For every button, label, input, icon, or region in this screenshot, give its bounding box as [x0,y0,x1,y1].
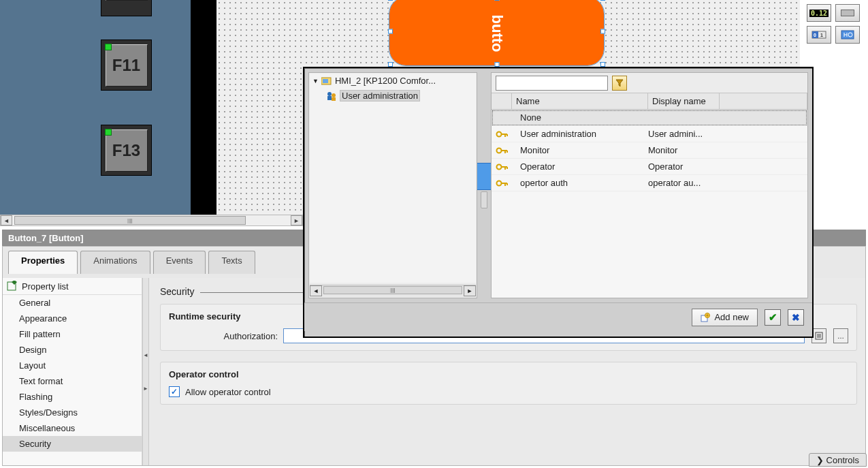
key-icon [496,147,508,154]
resize-handle-s[interactable] [494,62,499,67]
svg-point-15 [497,148,502,153]
cell-name: User administration [512,129,648,139]
prop-item-textformat[interactable]: Text format [3,373,142,389]
tool-io-field[interactable] [835,26,860,44]
grid-row[interactable]: OperatorOperator [492,159,807,175]
canvas-h-scrollbar[interactable]: ◄ ► [0,215,303,226]
resize-handle-nw[interactable] [388,0,393,1]
tool-button-control[interactable] [835,4,860,22]
grid-row[interactable]: MonitorMonitor [492,142,807,159]
splitter-right-icon: ► [143,386,148,392]
device-icon [321,76,332,86]
grid-filter-input[interactable] [496,76,608,91]
tab-animations[interactable]: Animations [80,251,150,274]
grid-row[interactable]: opertor authoperator au... [492,175,807,191]
key-icon [496,163,508,170]
canvas-object-button7[interactable]: butto [389,0,604,65]
svg-rect-10 [332,97,336,101]
tree-h-scrollbar[interactable]: ◄ ► [310,285,476,297]
switch-icon: 01 [811,29,826,40]
prop-item-security[interactable]: Security [3,436,142,452]
scroll-thumb[interactable] [14,216,246,225]
tree-collapse-icon[interactable]: ▼ [312,78,319,84]
prop-item-fill[interactable]: Fill pattern [3,326,142,342]
scroll-left-button[interactable]: ◄ [310,285,322,296]
filter-button[interactable] [612,76,627,91]
controls-palette-tab[interactable]: ❯Controls [809,453,867,467]
scroll-left-button[interactable]: ◄ [1,215,12,225]
authorization-browse-button[interactable]: … [833,328,848,343]
svg-text:1: 1 [820,33,823,37]
simulated-key-f11[interactable]: F11 [101,40,152,91]
tool-switch-control[interactable]: 01 [807,26,831,44]
canvas-object-label: butto [488,15,506,52]
section-title: Security [160,286,195,297]
svg-point-9 [332,93,336,97]
splitter-left-icon: ◄ [143,352,148,358]
prop-item-general[interactable]: General [3,295,142,311]
cell-display: operator au... [648,178,720,188]
group-operator-control: Operator control ✓ Allow operator contro… [160,362,857,405]
resize-handle-n[interactable] [494,0,499,1]
svg-text:0: 0 [814,33,816,37]
group-header: Operator control [169,369,848,379]
tab-events[interactable]: Events [153,251,206,274]
add-new-icon [701,313,710,322]
led-icon [105,129,112,136]
authorization-label: Authorization: [169,331,278,341]
resize-handle-sw[interactable] [388,62,393,67]
property-list: Property list General Appearance Fill pa… [3,278,142,465]
resize-handle-ne[interactable] [600,0,605,1]
cell-display: Monitor [648,145,720,155]
device-tree[interactable]: ▼ HMI_2 [KP1200 Comfor... User administr… [308,72,477,298]
grid-row[interactable]: None [492,110,807,126]
svg-point-7 [327,92,332,96]
tree-root-label: HMI_2 [KP1200 Comfor... [335,76,436,86]
grid-header: Name Display name [492,93,807,110]
svg-point-23 [497,181,502,185]
grid-body[interactable]: NoneUser administrationUser admini...Mon… [492,110,807,298]
popup-splitter[interactable] [480,72,488,298]
tool-lcd-display[interactable]: 0.12 [807,4,831,22]
prop-item-misc[interactable]: Miscellaneous [3,420,142,436]
svg-rect-35 [841,31,854,39]
svg-point-19 [497,164,502,169]
resize-handle-w[interactable] [388,29,393,34]
splitter-tab[interactable] [481,191,487,208]
add-new-button[interactable]: Add new [692,309,758,326]
property-list-header: Property list [22,281,69,292]
tab-texts[interactable]: Texts [208,251,255,274]
resize-handle-e[interactable] [600,29,605,34]
allow-operator-checkbox[interactable]: ✓ [169,386,180,397]
cancel-button[interactable]: ✖ [788,309,804,326]
led-icon [105,44,112,50]
scroll-thumb[interactable] [323,286,462,294]
cell-name: opertor auth [512,178,648,188]
grid-row[interactable]: User administrationUser admini... [492,126,807,142]
scroll-right-button[interactable]: ► [464,285,476,296]
svg-point-11 [497,131,502,136]
cell-name: Operator [512,161,648,172]
authorization-dropdown-button[interactable] [811,328,826,343]
cell-display: User admini... [648,129,720,139]
tree-child-label[interactable]: User administration [340,90,420,102]
prop-item-styles[interactable]: Styles/Designs [3,405,142,420]
prop-item-layout[interactable]: Layout [3,358,142,373]
col-display[interactable]: Display name [648,93,720,109]
prop-item-design[interactable]: Design [3,342,142,358]
inspector-splitter[interactable]: ◄ ► [142,278,149,465]
device-bezel [191,0,216,215]
prop-item-appearance[interactable]: Appearance [3,311,142,326]
simulated-key-f9[interactable] [101,0,152,16]
key-icon [496,131,508,138]
funnel-icon [615,79,624,87]
tab-properties[interactable]: Properties [8,251,78,274]
authorization-grid: Name Display name NoneUser administratio… [491,72,808,298]
simulated-key-f13[interactable]: F13 [101,125,152,176]
scroll-right-button[interactable]: ► [291,215,302,225]
prop-item-flashing[interactable]: Flashing [3,389,142,405]
confirm-button[interactable]: ✔ [765,309,781,326]
col-name[interactable]: Name [512,93,648,109]
resize-handle-se[interactable] [600,62,605,67]
svg-rect-8 [327,96,332,100]
